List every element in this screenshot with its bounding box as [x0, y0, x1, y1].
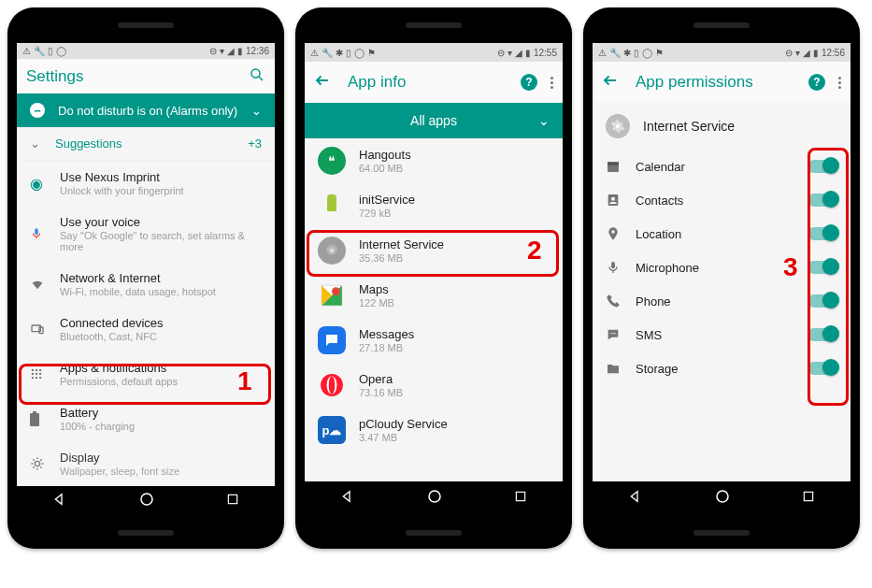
- svg-point-39: [717, 491, 728, 502]
- warning-icon: ⚠: [310, 48, 319, 58]
- app-row-messages[interactable]: Messages27.18 MB: [305, 318, 563, 363]
- svg-rect-31: [608, 162, 619, 165]
- help-icon[interactable]: ?: [521, 74, 537, 91]
- dnd-text: Do not disturb is on (Alarms only): [58, 104, 237, 118]
- maps-icon: [318, 281, 346, 309]
- svg-point-8: [36, 373, 37, 375]
- search-icon[interactable]: [249, 66, 265, 87]
- settings-network[interactable]: Network & Internet Wi-Fi, mobile, data u…: [17, 262, 275, 307]
- nav-home-icon[interactable]: [138, 491, 155, 511]
- screen-1: ⚠ 🔧 ▯ ◯ ⊖ ▾ ◢ ▮ 12:36 Settings − Do not …: [17, 43, 275, 515]
- status-bar: ⚠ 🔧 ▯ ◯ ⊖ ▾ ◢ ▮ 12:36: [17, 43, 275, 59]
- settings-display[interactable]: Display Wallpaper, sleep, font size: [17, 441, 275, 486]
- svg-point-7: [32, 373, 34, 375]
- perm-storage[interactable]: Storage: [593, 351, 851, 385]
- settings-devices[interactable]: Connected devices Bluetooth, Cast, NFC: [17, 307, 275, 351]
- svg-point-5: [36, 369, 37, 371]
- svg-point-0: [251, 69, 260, 78]
- opera-icon: [318, 371, 346, 399]
- perm-sms[interactable]: SMS: [593, 318, 851, 351]
- sms-icon: [606, 327, 636, 342]
- dnd-banner[interactable]: − Do not disturb is on (Alarms only) ⌄: [17, 93, 275, 127]
- nav-back-icon[interactable]: [52, 492, 67, 510]
- nav-back-icon[interactable]: [340, 489, 355, 508]
- page-title: Settings: [26, 67, 249, 86]
- svg-rect-14: [33, 411, 36, 413]
- messages-icon: [318, 326, 346, 354]
- toggle-microphone[interactable]: [808, 261, 837, 274]
- perm-phone[interactable]: Phone: [593, 284, 851, 318]
- nav-home-icon[interactable]: [426, 488, 443, 509]
- svg-rect-28: [516, 492, 524, 500]
- allapps-dropdown[interactable]: All apps ⌄: [305, 103, 563, 138]
- toggle-contacts[interactable]: [808, 194, 837, 207]
- suggestions-row[interactable]: ⌄ Suggestions +3: [17, 127, 275, 161]
- perm-calendar[interactable]: Calendar: [593, 150, 851, 183]
- suggestions-label: Suggestions: [55, 136, 122, 151]
- signal-icon: ◢: [227, 46, 235, 56]
- clock: 12:36: [246, 46, 269, 56]
- dnd-minus-icon: −: [30, 103, 45, 118]
- clock: 12:55: [534, 48, 557, 58]
- nav-recent-icon[interactable]: [226, 493, 239, 509]
- back-arrow-icon[interactable]: [314, 72, 331, 93]
- gear-icon: ✱: [623, 48, 631, 58]
- page-title: App permissions: [636, 73, 808, 92]
- app-row-internetservice[interactable]: Internet Service35.36 MB: [305, 228, 563, 273]
- back-arrow-icon[interactable]: [602, 72, 619, 93]
- suggestion-nexus[interactable]: ◉ Use Nexus Imprint Unlock with your fin…: [17, 161, 275, 206]
- svg-point-9: [39, 373, 41, 375]
- nav-recent-icon[interactable]: [514, 490, 527, 507]
- appbar-permissions: App permissions ?: [593, 62, 851, 103]
- mic-icon: [30, 227, 60, 240]
- phone-icon: [606, 294, 636, 308]
- apps-grid-icon: [30, 367, 60, 380]
- storage-icon: [606, 361, 636, 376]
- svg-rect-18: [327, 202, 336, 211]
- hangouts-icon: ❝: [318, 147, 346, 175]
- flag-icon: ⚑: [655, 48, 664, 58]
- warning-icon: ⚠: [22, 46, 31, 56]
- settings-battery[interactable]: Battery 100% - charging: [17, 396, 275, 441]
- app-row-initservice[interactable]: initService729 kB: [305, 183, 563, 228]
- wifi-icon: ▾: [795, 48, 800, 58]
- svg-point-37: [612, 333, 613, 334]
- svg-rect-13: [30, 413, 39, 426]
- help-icon[interactable]: ?: [808, 74, 825, 91]
- app-row-opera[interactable]: Opera73.16 MB: [305, 363, 563, 408]
- suggestion-voice[interactable]: Use your voice Say "Ok Google" to search…: [17, 206, 275, 262]
- svg-point-33: [611, 197, 615, 201]
- screen-3: ⚠ 🔧 ✱ ▯ ◯ ⚑ ⊖ ▾ ◢ ▮ 12:56 App permission…: [593, 43, 851, 515]
- chevron-down-icon: ⌄: [251, 104, 262, 118]
- app-row-hangouts[interactable]: ❝ Hangouts64.00 MB: [305, 138, 563, 183]
- nav-recent-icon[interactable]: [802, 490, 815, 507]
- phone-2: ⚠ 🔧 ✱ ▯ ◯ ⚑ ⊖ ▾ ◢ ▮ 12:55 App info ?: [295, 7, 572, 549]
- perm-location[interactable]: Location: [593, 217, 851, 251]
- toggle-phone[interactable]: [808, 294, 837, 308]
- toggle-storage[interactable]: [808, 362, 837, 375]
- toggle-sms[interactable]: [808, 328, 837, 341]
- settings-apps[interactable]: Apps & notifications Permissions, defaul…: [17, 351, 275, 396]
- annotation-number-1: 1: [237, 366, 252, 396]
- nav-back-icon[interactable]: [628, 489, 643, 508]
- dnd-icon: ⊖: [785, 48, 793, 58]
- toggle-calendar[interactable]: [808, 160, 837, 173]
- app-row-pcloudy[interactable]: p☁ pCloudy Service3.47 MB: [305, 408, 563, 452]
- svg-point-34: [611, 230, 614, 233]
- warning-icon: ⚠: [598, 48, 607, 58]
- allapps-label: All apps: [410, 113, 457, 128]
- overflow-menu-icon[interactable]: [550, 77, 553, 89]
- perm-contacts[interactable]: Contacts: [593, 183, 851, 217]
- appbar-settings: Settings: [17, 59, 275, 93]
- toggle-location[interactable]: [808, 227, 837, 240]
- clock: 12:56: [822, 48, 845, 58]
- perm-microphone[interactable]: Microphone: [593, 251, 851, 284]
- suggestions-count: +3: [248, 136, 262, 151]
- gear-app-icon: [318, 237, 346, 265]
- overflow-menu-icon[interactable]: [838, 77, 841, 89]
- wifi-icon: [30, 277, 60, 292]
- app-row-maps[interactable]: Maps122 MB: [305, 273, 563, 318]
- wifi-icon: ▾: [220, 46, 224, 56]
- nav-home-icon[interactable]: [714, 488, 731, 509]
- phone-1: ⚠ 🔧 ▯ ◯ ⊖ ▾ ◢ ▮ 12:36 Settings − Do not …: [7, 7, 284, 549]
